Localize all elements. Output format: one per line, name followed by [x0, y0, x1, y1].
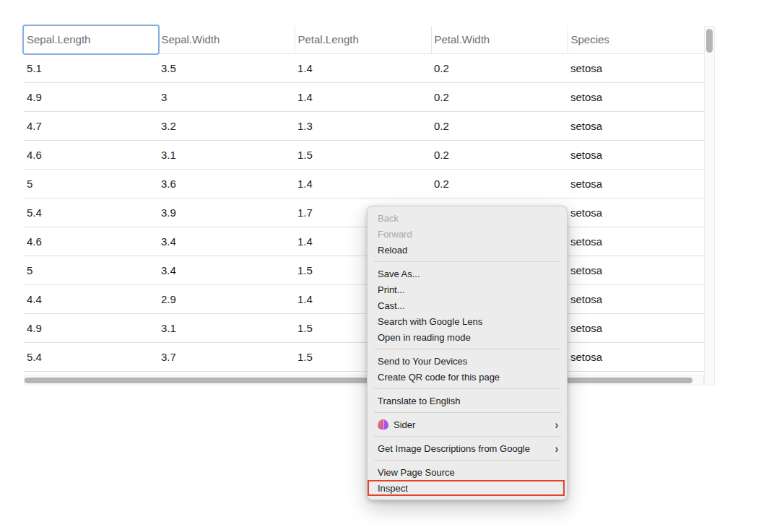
menu-item-save-as[interactable]: Save As... — [368, 266, 567, 282]
menu-item-label: Reload — [378, 245, 558, 256]
table-row: 4.73.21.30.2setosa — [24, 111, 704, 140]
cell-species[interactable]: setosa — [568, 111, 704, 140]
cell-species[interactable]: setosa — [568, 256, 704, 284]
cell-sepal-length[interactable]: 5.1 — [24, 53, 158, 82]
horizontal-scrollbar-thumb[interactable] — [25, 378, 692, 383]
menu-item-inspect[interactable]: Inspect — [368, 480, 565, 496]
cell-petal-width[interactable]: 0.2 — [431, 111, 568, 140]
cell-species[interactable]: setosa — [568, 227, 704, 256]
iris-data-table: Sepal.LengthSepal.WidthPetal.LengthPetal… — [24, 26, 705, 372]
cell-sepal-width[interactable]: 3.5 — [158, 53, 295, 82]
cell-petal-width[interactable]: 0.2 — [431, 169, 568, 198]
table-row: 4.63.41.4setosa — [24, 227, 704, 256]
menu-item-label: Inspect — [378, 483, 555, 494]
table-body: 5.13.51.40.2setosa4.931.40.2setosa4.73.2… — [24, 53, 704, 371]
cell-sepal-width[interactable]: 3.9 — [158, 198, 295, 227]
cell-sepal-length[interactable]: 4.7 — [24, 111, 158, 140]
submenu-chevron-icon: › — [555, 418, 558, 432]
menu-item-open-in-reading-mode[interactable]: Open in reading mode — [368, 329, 567, 345]
cell-petal-length[interactable]: 1.5 — [295, 140, 431, 169]
menu-item-label: Print... — [378, 284, 558, 295]
vertical-scrollbar[interactable] — [704, 26, 715, 385]
menu-item-label: Send to Your Devices — [378, 356, 558, 367]
iris-data-table-container: Sepal.LengthSepal.WidthPetal.LengthPetal… — [24, 26, 704, 372]
cell-petal-length[interactable]: 1.4 — [295, 53, 431, 82]
cell-species[interactable]: setosa — [568, 342, 704, 371]
cell-sepal-width[interactable]: 3.2 — [158, 111, 295, 140]
sider-brain-icon — [378, 419, 388, 429]
cell-species[interactable]: setosa — [568, 169, 704, 198]
cell-sepal-width[interactable]: 3.1 — [158, 313, 295, 342]
cell-sepal-width[interactable]: 3.6 — [158, 169, 295, 198]
menu-separator — [374, 412, 560, 413]
column-header-sepal-length[interactable]: Sepal.Length — [24, 26, 158, 53]
cell-sepal-length[interactable]: 5.4 — [24, 342, 158, 371]
menu-separator — [374, 436, 560, 437]
table-row: 4.93.11.5setosa — [24, 313, 704, 342]
menu-item-label: Save As... — [378, 269, 558, 279]
table-row: 4.42.91.4setosa — [24, 284, 704, 313]
table-header: Sepal.LengthSepal.WidthPetal.LengthPetal… — [24, 26, 704, 53]
menu-item-create-qr-code-for-this-page[interactable]: Create QR code for this page — [368, 369, 567, 385]
menu-item-send-to-your-devices[interactable]: Send to Your Devices — [368, 353, 567, 369]
table-row: 53.41.5setosa — [24, 256, 704, 284]
cell-sepal-width[interactable]: 2.9 — [158, 284, 295, 313]
cell-petal-length[interactable]: 1.3 — [295, 111, 431, 140]
table-header-row: Sepal.LengthSepal.WidthPetal.LengthPetal… — [24, 26, 704, 53]
menu-separator — [374, 349, 560, 349]
cell-sepal-length[interactable]: 4.9 — [24, 82, 158, 111]
menu-item-label: Search with Google Lens — [378, 316, 558, 327]
menu-item-label: Translate to English — [378, 396, 558, 406]
menu-item-forward: Forward — [368, 226, 567, 242]
menu-item-label: Create QR code for this page — [378, 372, 558, 383]
menu-item-cast[interactable]: Cast... — [368, 297, 567, 313]
column-header-sepal-width[interactable]: Sepal.Width — [158, 26, 295, 53]
menu-item-label: Sider — [394, 419, 549, 430]
menu-item-search-with-google-lens[interactable]: Search with Google Lens — [368, 313, 567, 329]
menu-item-label: View Page Source — [378, 467, 558, 478]
table-row: 53.61.40.2setosa — [24, 169, 704, 198]
cell-sepal-length[interactable]: 4.6 — [24, 140, 158, 169]
menu-item-translate-to-english[interactable]: Translate to English — [368, 393, 567, 409]
menu-item-label: Forward — [378, 229, 558, 240]
submenu-chevron-icon: › — [555, 442, 558, 455]
cell-sepal-width[interactable]: 3.7 — [158, 342, 295, 371]
cell-sepal-width[interactable]: 3.4 — [158, 227, 295, 256]
cell-species[interactable]: setosa — [568, 53, 704, 82]
table-row: 4.931.40.2setosa — [24, 82, 704, 111]
menu-item-label: Get Image Descriptions from Google — [378, 443, 549, 454]
cell-sepal-length[interactable]: 5.4 — [24, 198, 158, 227]
vertical-scrollbar-thumb[interactable] — [706, 29, 713, 53]
cell-petal-length[interactable]: 1.4 — [295, 82, 431, 111]
menu-separator — [374, 460, 560, 461]
column-header-species[interactable]: Species — [568, 26, 704, 53]
cell-sepal-length[interactable]: 4.4 — [24, 284, 158, 313]
cell-petal-width[interactable]: 0.2 — [431, 82, 568, 111]
cell-sepal-length[interactable]: 5 — [24, 256, 158, 284]
cell-petal-width[interactable]: 0.2 — [431, 53, 568, 82]
cell-sepal-length[interactable]: 4.9 — [24, 313, 158, 342]
cell-species[interactable]: setosa — [568, 284, 704, 313]
column-header-petal-length[interactable]: Petal.Length — [295, 26, 431, 53]
menu-item-get-image-descriptions-from-google[interactable]: Get Image Descriptions from Google› — [368, 440, 567, 456]
menu-item-print[interactable]: Print... — [368, 282, 567, 297]
menu-item-label: Open in reading mode — [378, 332, 558, 343]
menu-item-sider[interactable]: Sider› — [368, 417, 567, 432]
cell-sepal-length[interactable]: 4.6 — [24, 227, 158, 256]
cell-species[interactable]: setosa — [568, 198, 704, 227]
cell-sepal-width[interactable]: 3.1 — [158, 140, 295, 169]
cell-sepal-width[interactable]: 3.4 — [158, 256, 295, 284]
cell-petal-length[interactable]: 1.4 — [295, 169, 431, 198]
cell-species[interactable]: setosa — [568, 82, 704, 111]
cell-species[interactable]: setosa — [568, 140, 704, 169]
cell-sepal-length[interactable]: 5 — [24, 169, 158, 198]
horizontal-scrollbar[interactable] — [24, 375, 704, 385]
table-row: 5.43.71.5setosa — [24, 342, 704, 371]
menu-item-view-page-source[interactable]: View Page Source — [368, 464, 567, 480]
cell-sepal-width[interactable]: 3 — [158, 82, 295, 111]
menu-item-reload[interactable]: Reload — [368, 242, 567, 258]
cell-species[interactable]: setosa — [568, 313, 704, 342]
column-header-petal-width[interactable]: Petal.Width — [431, 26, 568, 53]
menu-separator — [374, 388, 560, 389]
cell-petal-width[interactable]: 0.2 — [431, 140, 568, 169]
